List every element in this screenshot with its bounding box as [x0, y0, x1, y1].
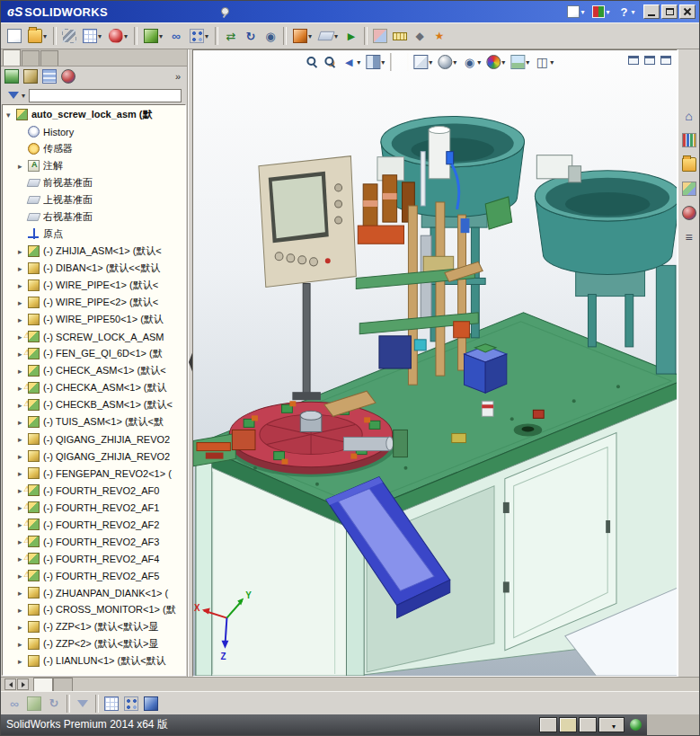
selection-filter[interactable]	[73, 694, 93, 714]
tree-filter-input[interactable]	[29, 89, 182, 102]
pneumatic-gripper-unit[interactable]	[465, 344, 507, 393]
expand-arrow-icon[interactable]	[18, 264, 28, 273]
expand-arrow-icon[interactable]	[18, 162, 28, 171]
close-button[interactable]	[679, 4, 696, 19]
separator[interactable]	[364, 27, 368, 45]
status-field[interactable]	[598, 717, 625, 732]
section-view[interactable]	[363, 53, 387, 71]
separator[interactable]	[390, 53, 408, 71]
tree-item[interactable]: 传感器	[3, 140, 185, 157]
expand-arrow-icon[interactable]	[18, 589, 28, 598]
zoom-to-area[interactable]	[321, 53, 339, 71]
new-document[interactable]	[4, 26, 24, 46]
tree-item[interactable]: 前视基准面	[3, 174, 185, 191]
tab-scroll-right[interactable]	[17, 678, 29, 690]
rotate-bottom[interactable]	[44, 694, 64, 714]
quick-snaps[interactable]	[121, 694, 141, 714]
expand-arrow-icon[interactable]	[18, 281, 28, 290]
close-pane-icon[interactable]	[659, 53, 673, 67]
separator[interactable]	[95, 695, 99, 713]
expand-arrow-icon[interactable]	[6, 111, 16, 120]
displaymanager-tab[interactable]	[59, 67, 77, 85]
tree-item[interactable]: 右视基准面	[3, 208, 185, 226]
hide-show-items[interactable]	[459, 53, 483, 71]
maximize-button[interactable]	[661, 4, 678, 19]
tree-item[interactable]: History	[3, 123, 185, 140]
model-canvas[interactable]: X Y Z	[193, 50, 677, 676]
design-library[interactable]	[680, 131, 698, 149]
file-explorer[interactable]	[680, 155, 698, 173]
tree-item[interactable]: (-) FOURTH_REVO2_AF0	[3, 482, 185, 499]
expand-arrow-icon[interactable]	[18, 435, 28, 444]
tree-item[interactable]: (-) QIGANG_ZHIJIA_REVO2	[3, 430, 185, 448]
expand-arrow-icon[interactable]	[18, 247, 28, 256]
tree-item[interactable]: (-) ZZP<1> (默认<默认>显	[3, 618, 185, 635]
document-tab[interactable]	[33, 678, 53, 691]
tree-item[interactable]: 原点	[3, 226, 185, 243]
expand-arrow-icon[interactable]	[18, 640, 28, 649]
mass-properties[interactable]	[410, 26, 430, 46]
quick-tips-icon[interactable]	[630, 719, 642, 731]
edit-appearance-toolbar[interactable]	[105, 26, 131, 46]
separator[interactable]	[283, 27, 287, 45]
more-tabs-chevron[interactable]: »	[175, 71, 185, 82]
show-hidden-components[interactable]	[261, 26, 280, 46]
tree-item[interactable]: (-) QIGANG_ZHIJIA_REVO2	[3, 448, 185, 465]
tree-item[interactable]: (-) ZHIJIA_ASM<1> (默认<	[3, 243, 185, 260]
apply-scene[interactable]	[508, 53, 532, 71]
tree-item[interactable]: (-) ZZP<2> (默认<默认>显	[3, 635, 185, 652]
tree-item[interactable]: (-) CHECK_ASM<1> (默认<	[3, 362, 185, 379]
tree-item[interactable]: 上视基准面	[3, 191, 185, 208]
view-orientation[interactable]	[411, 53, 435, 71]
display-pane-bottom[interactable]	[102, 694, 121, 714]
minimize-button[interactable]	[643, 4, 660, 19]
insert-component[interactable]	[140, 26, 166, 46]
toolbox-title[interactable]	[589, 3, 613, 21]
expand-arrow-icon[interactable]	[18, 367, 28, 376]
tree-item[interactable]: (-) FEN_GE_QI_6D<1> (默	[3, 345, 185, 362]
panel-tab[interactable]	[3, 49, 21, 66]
large-assembly-toggle[interactable]	[141, 694, 161, 714]
tree-item[interactable]: 注解	[3, 157, 185, 174]
new-document-title[interactable]	[564, 3, 588, 21]
separator[interactable]	[134, 27, 137, 45]
featuremanager-tab[interactable]	[3, 67, 21, 85]
previous-view[interactable]	[339, 53, 363, 71]
move-component[interactable]	[221, 26, 241, 46]
tree-item[interactable]: (-) FOURTH_REVO2_AF3	[3, 533, 185, 550]
tree-item[interactable]: (-) ZHUANPAN_DIANK<1> (	[3, 584, 185, 601]
panel-tab[interactable]	[40, 50, 58, 66]
filter-icon[interactable]	[3, 85, 29, 105]
tree-item[interactable]: (-) FENGEPAN_REVO2<1> (	[3, 465, 185, 482]
assembly-features[interactable]	[289, 26, 315, 46]
exploded-view[interactable]	[430, 26, 449, 46]
tree-item[interactable]: (-) LIANLUN<1> (默认<默认	[3, 652, 185, 669]
measure[interactable]	[390, 26, 410, 46]
restore-pane-icon[interactable]	[626, 53, 641, 67]
open-document[interactable]	[24, 26, 50, 46]
expand-arrow-icon[interactable]	[18, 298, 28, 307]
tree-item[interactable]: (-) CROSS_MONITOR<1> (默	[3, 601, 185, 618]
tree-item[interactable]: (-) WIRE_PIPE50<1> (默认	[3, 311, 185, 328]
edit-appearance[interactable]	[483, 53, 508, 71]
tree-item[interactable]: (-) DIBAN<1> (默认<<默认	[3, 260, 185, 277]
component-pattern[interactable]	[186, 26, 212, 46]
rotate-component[interactable]	[241, 26, 261, 46]
display-style[interactable]	[435, 53, 459, 71]
display-pane[interactable]	[79, 26, 105, 46]
graphics-area[interactable]: X Y Z	[192, 49, 678, 677]
tree-item[interactable]: (-) CHECKB_ASM<1> (默认<	[3, 396, 185, 413]
expand-arrow-icon[interactable]	[18, 418, 28, 427]
tab-scroll-left[interactable]	[4, 678, 16, 690]
document-tab[interactable]	[53, 678, 73, 691]
tree-root-item[interactable]: auto_screw_lock_asm (默	[3, 106, 185, 123]
tree-item[interactable]: (-) FOURTH_REVO2_AF5	[3, 567, 185, 584]
pin-menu-icon[interactable]	[219, 6, 230, 17]
split-pane-icon[interactable]	[642, 53, 657, 67]
tree-item[interactable]: (-) WIRE_PIPE<1> (默认<	[3, 277, 185, 294]
attachment[interactable]	[59, 26, 79, 46]
tree-item[interactable]: (-) WIRE_PIPE<2> (默认<	[3, 294, 185, 311]
expand-arrow-icon[interactable]	[18, 315, 28, 324]
tree-item[interactable]: (-) FOURTH_REVO2_AF1	[3, 499, 185, 516]
view-palette[interactable]	[680, 180, 698, 198]
